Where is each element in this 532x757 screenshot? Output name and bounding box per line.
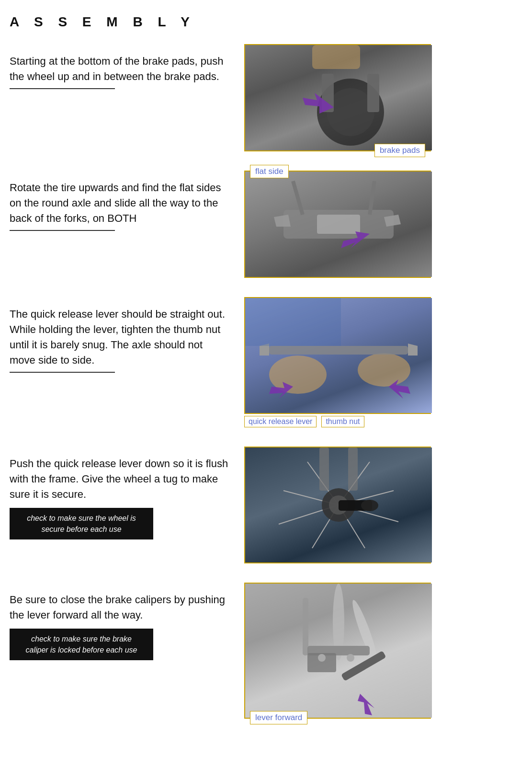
section-text-5: Be sure to close the brake calipers by p… <box>10 583 230 660</box>
section-text-4: Push the quick release lever down so it … <box>10 447 230 539</box>
section-text-2: Rotate the tire upwards and find the fla… <box>10 171 230 231</box>
svg-point-32 <box>361 500 378 511</box>
section-brake-pads: Starting at the bottom of the brake pads… <box>10 44 522 151</box>
section-1-text: Starting at the bottom of the brake pads… <box>10 54 230 84</box>
tip-text-caliper: check to make sure the brake caliper is … <box>25 635 137 654</box>
svg-rect-20 <box>245 298 341 346</box>
section-flush-frame: Push the quick release lever down so it … <box>10 447 522 563</box>
page-title: A S S E M B L Y <box>10 14 522 30</box>
photo-flat-side <box>245 172 432 277</box>
photo-brake-pads <box>245 45 432 150</box>
dual-label-row: quick release lever thumb nut <box>244 416 364 427</box>
section-images-3: quick release lever thumb nut <box>244 297 431 427</box>
underline-1 <box>10 88 115 89</box>
svg-point-43 <box>347 654 354 662</box>
svg-rect-15 <box>269 346 408 355</box>
section-flat-side: Rotate the tire upwards and find the fla… <box>10 171 522 278</box>
svg-point-42 <box>318 654 326 662</box>
svg-marker-9 <box>274 215 291 227</box>
photo-caliper <box>245 584 432 718</box>
svg-rect-33 <box>319 447 329 491</box>
svg-line-11 <box>370 181 374 215</box>
label-flat-side: flat side <box>250 165 289 178</box>
tip-text-wheel: check to make sure the wheel is secure b… <box>27 514 136 533</box>
section-4-text: Push the quick release lever down so it … <box>10 456 230 502</box>
tip-box-caliper: check to make sure the brake caliper is … <box>10 629 153 660</box>
section-quick-release: The quick release lever should be straig… <box>10 297 522 427</box>
section-images-4 <box>244 447 431 563</box>
photo-flush-frame <box>245 447 432 562</box>
image-box-brake-pads: brake pads <box>244 44 431 151</box>
section-2-text: Rotate the tire upwards and find the fla… <box>10 180 230 226</box>
image-box-flat-side: flat side <box>244 171 431 278</box>
svg-marker-17 <box>408 344 418 356</box>
section-text-3: The quick release lever should be straig… <box>10 297 230 373</box>
svg-rect-34 <box>348 447 358 491</box>
section-3-text: The quick release lever should be straig… <box>10 307 230 368</box>
tip-box-wheel: check to make sure the wheel is secure b… <box>10 508 153 539</box>
underline-3 <box>10 372 115 373</box>
svg-rect-37 <box>303 598 308 655</box>
underline-2 <box>10 230 115 231</box>
svg-rect-5 <box>312 45 360 69</box>
section-images-2: flat side <box>244 171 431 278</box>
image-box-quick-release <box>244 297 431 414</box>
section-brake-caliper: Be sure to close the brake calipers by p… <box>10 583 522 719</box>
label-brake-pads: brake pads <box>374 144 425 157</box>
section-images-1: brake pads <box>244 44 431 151</box>
svg-rect-7 <box>317 215 360 234</box>
label-quick-release-lever: quick release lever <box>244 416 317 427</box>
label-thumb-nut: thumb nut <box>321 416 364 427</box>
section-images-5: lever forward <box>244 583 431 719</box>
section-text-1: Starting at the bottom of the brake pads… <box>10 44 230 89</box>
svg-rect-3 <box>367 74 379 112</box>
image-box-flush-frame <box>244 447 431 563</box>
photo-quick-release <box>245 298 432 413</box>
svg-marker-41 <box>358 694 374 715</box>
label-lever-forward: lever forward <box>250 711 307 724</box>
svg-line-10 <box>293 181 303 215</box>
section-5-text: Be sure to close the brake calipers by p… <box>10 592 230 623</box>
svg-point-14 <box>358 353 410 387</box>
image-box-caliper: lever forward <box>244 583 431 719</box>
